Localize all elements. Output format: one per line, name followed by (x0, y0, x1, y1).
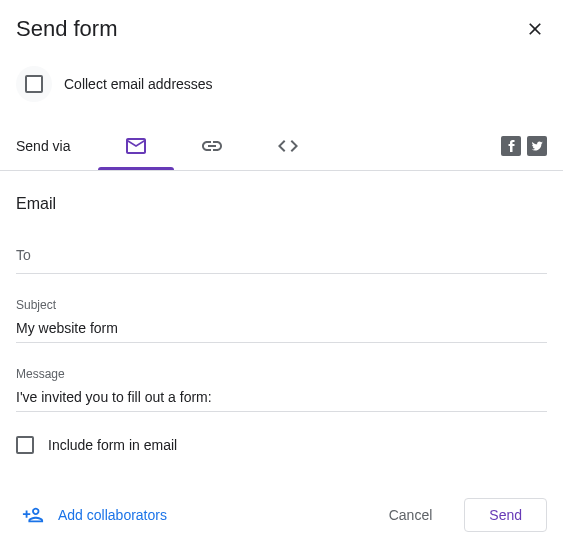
link-icon (200, 134, 224, 158)
send-button[interactable]: Send (464, 498, 547, 532)
twitter-share-button[interactable] (527, 136, 547, 156)
subject-input[interactable] (16, 314, 547, 343)
tab-email[interactable] (98, 122, 174, 170)
send-form-dialog: Send form Collect email addresses Send v… (0, 0, 563, 544)
dialog-header: Send form (16, 16, 547, 42)
subject-field-group: Subject (16, 298, 547, 343)
to-field-group (16, 237, 547, 274)
close-button[interactable] (523, 17, 547, 41)
collect-emails-checkbox[interactable] (25, 75, 43, 93)
tab-embed[interactable] (250, 122, 326, 170)
collect-emails-row: Collect email addresses (16, 66, 547, 102)
twitter-icon (527, 136, 547, 156)
send-via-label: Send via (16, 138, 70, 154)
include-form-label: Include form in email (48, 437, 177, 453)
footer-buttons: Cancel Send (369, 498, 547, 532)
tab-link[interactable] (174, 122, 250, 170)
collect-emails-label: Collect email addresses (64, 76, 213, 92)
embed-icon (276, 134, 300, 158)
close-icon (525, 19, 545, 39)
email-icon (124, 134, 148, 158)
email-section-header: Email (16, 195, 547, 213)
message-input[interactable] (16, 383, 547, 412)
cancel-button[interactable]: Cancel (369, 499, 453, 531)
facebook-share-button[interactable] (501, 136, 521, 156)
message-label: Message (16, 367, 547, 381)
social-icons (501, 136, 547, 156)
add-collaborators-button[interactable]: Add collaborators (16, 504, 167, 526)
facebook-icon (501, 136, 521, 156)
include-form-checkbox[interactable] (16, 436, 34, 454)
send-via-row: Send via (0, 122, 563, 171)
dialog-title: Send form (16, 16, 118, 42)
to-input[interactable] (16, 237, 547, 274)
subject-label: Subject (16, 298, 547, 312)
add-collaborators-label: Add collaborators (58, 507, 167, 523)
person-add-icon (22, 504, 44, 526)
message-field-group: Message (16, 367, 547, 412)
send-via-tabs (98, 122, 501, 170)
dialog-footer: Add collaborators Cancel Send (16, 498, 547, 544)
include-form-row: Include form in email (16, 436, 547, 454)
collect-emails-checkbox-wrap[interactable] (16, 66, 52, 102)
